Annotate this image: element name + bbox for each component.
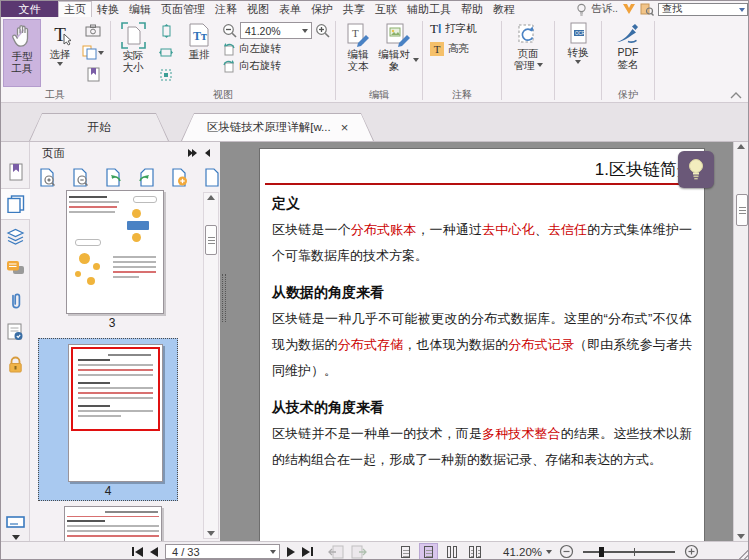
reflow-button[interactable]: Tт 重排 (180, 19, 218, 87)
status-zoom-caret[interactable] (546, 550, 552, 554)
insert-page-button[interactable] (169, 167, 189, 187)
facing-view-button[interactable] (442, 543, 461, 560)
zoom-slider[interactable] (583, 546, 675, 558)
menu-item-convert[interactable]: 转换 (92, 1, 124, 17)
continuous-view-button[interactable] (419, 543, 438, 560)
hand-tool-button[interactable]: 手型 工具 (3, 19, 41, 87)
scrollbar-thumb[interactable] (736, 194, 748, 226)
continuous-facing-view-button[interactable] (465, 543, 484, 560)
page-management-dropdown-caret[interactable] (537, 63, 543, 67)
find-dropdown-caret[interactable] (739, 8, 745, 12)
select-tool-button[interactable]: T 选择 (41, 19, 79, 87)
menu-item-protect[interactable]: 保护 (306, 1, 338, 17)
collapse-ribbon-button[interactable] (730, 92, 742, 99)
upgrade-icon[interactable] (622, 3, 636, 15)
first-page-button[interactable] (132, 547, 143, 557)
panel-collapse-icon[interactable] (201, 149, 214, 157)
find-input[interactable]: 查找 (658, 3, 748, 16)
select-dropdown-caret[interactable] (57, 62, 63, 66)
signatures-panel-button[interactable] (1, 316, 30, 348)
search-document-icon[interactable] (640, 3, 654, 16)
menu-item-home[interactable]: 主页 (58, 1, 92, 17)
zoom-out-button[interactable] (559, 544, 574, 559)
zoom-dropdown-caret[interactable] (302, 29, 308, 33)
window-resize-grip[interactable] (737, 548, 749, 560)
panel-expand-icon[interactable] (184, 149, 201, 157)
menu-item-edit[interactable]: 编辑 (124, 1, 156, 17)
pdf-sign-button[interactable]: PDF 签名 (605, 19, 651, 87)
zoom-in-button[interactable] (684, 544, 699, 559)
next-view-button[interactable] (351, 545, 367, 559)
enlarge-thumbnails-button[interactable] (37, 167, 57, 187)
edit-object-dropdown-caret[interactable] (413, 58, 419, 62)
typewriter-button[interactable]: TI 打字机 (426, 19, 498, 39)
delete-page-button[interactable] (202, 167, 220, 187)
clipboard-button[interactable] (81, 43, 105, 62)
comments-panel-button[interactable] (1, 252, 30, 284)
rotate-left-button[interactable]: 向左旋转 (222, 42, 330, 56)
edit-text-button[interactable]: T 编辑 文本 (339, 19, 377, 87)
tab-document[interactable]: 区块链技术原理详解[w... × (181, 113, 374, 141)
rotate-right-button[interactable]: 向右旋转 (222, 59, 330, 73)
menu-item-page-organize[interactable]: 页面管理 (156, 1, 210, 17)
thumbnail-page-5[interactable] (64, 506, 162, 541)
menu-item-accessibility[interactable]: 辅助工具 (402, 1, 456, 17)
clipboard-dropdown-caret[interactable] (98, 51, 104, 55)
last-page-button[interactable] (302, 547, 313, 557)
menu-item-tutorial[interactable]: 教程 (488, 1, 520, 17)
page-field-caret[interactable] (270, 550, 276, 554)
thumbnail-page-3[interactable] (66, 190, 164, 314)
page-number-field[interactable]: 4 / 33 (165, 544, 280, 559)
zoom-out-icon[interactable] (222, 23, 237, 38)
fit-height-button[interactable] (154, 21, 178, 40)
menu-item-form[interactable]: 表单 (274, 1, 306, 17)
zoom-level-combobox[interactable]: 41.20% (240, 22, 312, 39)
actual-size-button[interactable]: 实际 大小 (114, 19, 152, 87)
rotate-page-right-button[interactable] (136, 167, 156, 187)
previous-page-button[interactable] (150, 547, 158, 557)
security-panel-button[interactable] (1, 348, 30, 380)
scroll-down-arrow[interactable] (737, 534, 745, 539)
tell-me-label[interactable]: 告诉.. (591, 2, 618, 16)
fit-visible-button[interactable] (154, 65, 178, 84)
convert-button[interactable]: OCR 转换 (558, 19, 598, 87)
zoom-slider-handle[interactable] (599, 547, 604, 557)
attachments-panel-button[interactable] (1, 284, 30, 316)
document-scrollbar[interactable] (733, 142, 749, 541)
previous-view-button[interactable] (328, 545, 344, 559)
thumbnail-scrollbar[interactable] (203, 192, 219, 539)
scroll-down-arrow[interactable] (207, 531, 215, 536)
splitter-grip[interactable] (222, 274, 226, 322)
zoom-in-icon[interactable] (315, 23, 330, 38)
menu-item-comment[interactable]: 注释 (210, 1, 242, 17)
assistant-lightbulb-button[interactable] (678, 151, 714, 188)
new-from-clipboard-button[interactable] (81, 65, 105, 84)
next-page-button[interactable] (287, 547, 295, 557)
menu-item-share[interactable]: 共享 (338, 1, 370, 17)
rotate-page-left-button[interactable] (103, 167, 123, 187)
menu-item-connect[interactable]: 互联 (370, 1, 402, 17)
page-management-button[interactable]: 页面 管理 (505, 19, 551, 87)
zoom-slider-track[interactable] (583, 551, 675, 553)
menu-item-view[interactable]: 视图 (242, 1, 274, 17)
reduce-thumbnails-button[interactable] (70, 167, 90, 187)
convert-dropdown-caret[interactable] (575, 60, 581, 64)
edit-object-button[interactable]: 编辑对象 (377, 19, 419, 87)
tab-close-button[interactable]: × (341, 123, 349, 133)
pages-panel-button[interactable] (1, 188, 30, 220)
fit-width-button[interactable] (154, 43, 178, 62)
panel-splitter[interactable] (220, 142, 228, 541)
highlight-button[interactable]: T 高亮 (426, 39, 498, 59)
bookmarks-panel-button[interactable] (1, 156, 30, 188)
form-fields-panel-button[interactable] (1, 511, 30, 533)
scroll-up-arrow[interactable] (207, 195, 215, 200)
scrollbar-thumb[interactable] (205, 225, 217, 255)
thumbnail-page-4-selected[interactable]: 4 (38, 338, 178, 501)
status-zoom-level[interactable]: 41.20% (503, 546, 552, 558)
menu-item-help[interactable]: 帮助 (456, 1, 488, 17)
scroll-up-arrow[interactable] (737, 144, 745, 149)
single-page-view-button[interactable] (396, 543, 415, 560)
layers-panel-button[interactable] (1, 220, 30, 252)
file-menu-button[interactable]: 文件 (1, 1, 58, 17)
tab-start[interactable]: 开始 (29, 113, 169, 141)
